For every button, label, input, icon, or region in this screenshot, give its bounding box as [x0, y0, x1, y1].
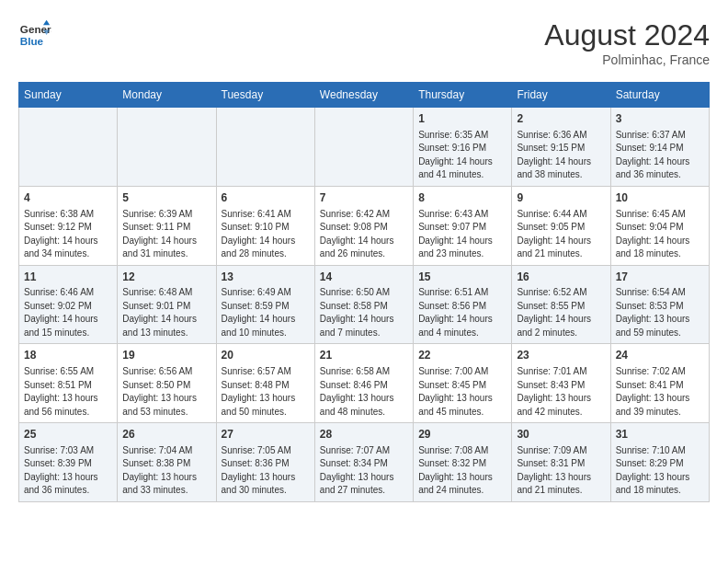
day-cell: 18Sunrise: 6:55 AM Sunset: 8:51 PM Dayli… — [19, 344, 118, 423]
header-cell-saturday: Saturday — [610, 83, 709, 108]
day-number: 4 — [24, 190, 112, 206]
day-number: 7 — [320, 190, 408, 206]
day-cell — [118, 108, 216, 187]
day-number: 15 — [418, 270, 506, 285]
day-cell: 19Sunrise: 6:56 AM Sunset: 8:50 PM Dayli… — [118, 344, 216, 423]
day-cell: 28Sunrise: 7:07 AM Sunset: 8:34 PM Dayli… — [314, 423, 413, 502]
week-row-1: 1Sunrise: 6:35 AM Sunset: 9:16 PM Daylig… — [19, 108, 710, 187]
day-cell — [314, 108, 413, 187]
location-subtitle: Polminhac, France — [544, 52, 710, 67]
logo: General Blue — [18, 18, 51, 52]
day-number: 13 — [222, 270, 310, 285]
day-number: 9 — [517, 190, 605, 206]
day-number: 11 — [24, 270, 112, 285]
header-cell-thursday: Thursday — [414, 83, 512, 108]
day-number: 14 — [320, 270, 408, 285]
day-number: 18 — [24, 348, 112, 363]
header-cell-wednesday: Wednesday — [314, 83, 413, 108]
day-cell: 15Sunrise: 6:51 AM Sunset: 8:56 PM Dayli… — [414, 265, 512, 344]
day-number: 29 — [418, 427, 506, 442]
day-info: Sunrise: 6:37 AM Sunset: 9:14 PM Dayligh… — [616, 129, 704, 182]
day-info: Sunrise: 6:43 AM Sunset: 9:07 PM Dayligh… — [418, 208, 506, 261]
week-row-5: 25Sunrise: 7:03 AM Sunset: 8:39 PM Dayli… — [19, 423, 710, 502]
day-cell: 29Sunrise: 7:08 AM Sunset: 8:32 PM Dayli… — [414, 423, 512, 502]
day-info: Sunrise: 6:36 AM Sunset: 9:15 PM Dayligh… — [517, 129, 605, 182]
day-info: Sunrise: 6:51 AM Sunset: 8:56 PM Dayligh… — [418, 286, 506, 339]
day-info: Sunrise: 6:42 AM Sunset: 9:08 PM Dayligh… — [320, 208, 408, 261]
day-cell: 30Sunrise: 7:09 AM Sunset: 8:31 PM Dayli… — [512, 423, 610, 502]
day-info: Sunrise: 6:58 AM Sunset: 8:46 PM Dayligh… — [320, 365, 408, 419]
day-info: Sunrise: 7:01 AM Sunset: 8:43 PM Dayligh… — [517, 365, 605, 419]
day-info: Sunrise: 6:55 AM Sunset: 8:51 PM Dayligh… — [24, 365, 112, 419]
day-cell — [19, 108, 118, 187]
header-cell-sunday: Sunday — [19, 83, 118, 108]
day-cell: 11Sunrise: 6:46 AM Sunset: 9:02 PM Dayli… — [19, 265, 118, 344]
day-number: 28 — [320, 427, 408, 442]
day-info: Sunrise: 7:05 AM Sunset: 8:36 PM Dayligh… — [222, 444, 310, 498]
day-cell: 5Sunrise: 6:39 AM Sunset: 9:11 PM Daylig… — [118, 186, 216, 265]
day-info: Sunrise: 6:50 AM Sunset: 8:58 PM Dayligh… — [320, 286, 408, 339]
day-cell: 13Sunrise: 6:49 AM Sunset: 8:59 PM Dayli… — [216, 265, 314, 344]
day-cell: 22Sunrise: 7:00 AM Sunset: 8:45 PM Dayli… — [414, 344, 512, 423]
day-info: Sunrise: 6:38 AM Sunset: 9:12 PM Dayligh… — [24, 208, 112, 261]
day-info: Sunrise: 6:44 AM Sunset: 9:05 PM Dayligh… — [517, 208, 605, 261]
day-cell — [216, 108, 314, 187]
day-number: 25 — [24, 427, 112, 442]
calendar-table: SundayMondayTuesdayWednesdayThursdayFrid… — [18, 82, 710, 502]
day-number: 16 — [517, 270, 605, 285]
header-row: SundayMondayTuesdayWednesdayThursdayFrid… — [19, 83, 710, 108]
day-number: 3 — [616, 111, 704, 127]
day-cell: 24Sunrise: 7:02 AM Sunset: 8:41 PM Dayli… — [610, 344, 709, 423]
week-row-3: 11Sunrise: 6:46 AM Sunset: 9:02 PM Dayli… — [19, 265, 710, 344]
day-info: Sunrise: 6:46 AM Sunset: 9:02 PM Dayligh… — [24, 286, 112, 339]
day-cell: 9Sunrise: 6:44 AM Sunset: 9:05 PM Daylig… — [512, 186, 610, 265]
day-cell: 14Sunrise: 6:50 AM Sunset: 8:58 PM Dayli… — [314, 265, 413, 344]
day-cell: 16Sunrise: 6:52 AM Sunset: 8:55 PM Dayli… — [512, 265, 610, 344]
month-year-title: August 2024 — [544, 18, 710, 52]
header-cell-monday: Monday — [118, 83, 216, 108]
day-number: 23 — [517, 348, 605, 363]
day-info: Sunrise: 6:45 AM Sunset: 9:04 PM Dayligh… — [616, 208, 704, 261]
header-cell-tuesday: Tuesday — [216, 83, 314, 108]
day-number: 8 — [418, 190, 506, 206]
page-header: General Blue August 2024 Polminhac, Fran… — [18, 18, 710, 67]
calendar-body: 1Sunrise: 6:35 AM Sunset: 9:16 PM Daylig… — [19, 108, 710, 502]
day-info: Sunrise: 7:00 AM Sunset: 8:45 PM Dayligh… — [418, 365, 506, 419]
day-cell: 1Sunrise: 6:35 AM Sunset: 9:16 PM Daylig… — [414, 108, 512, 187]
day-cell: 10Sunrise: 6:45 AM Sunset: 9:04 PM Dayli… — [610, 186, 709, 265]
day-number: 27 — [222, 427, 310, 442]
day-cell: 6Sunrise: 6:41 AM Sunset: 9:10 PM Daylig… — [216, 186, 314, 265]
day-cell: 25Sunrise: 7:03 AM Sunset: 8:39 PM Dayli… — [19, 423, 118, 502]
day-info: Sunrise: 6:35 AM Sunset: 9:16 PM Dayligh… — [418, 129, 506, 182]
day-info: Sunrise: 7:09 AM Sunset: 8:31 PM Dayligh… — [517, 444, 605, 498]
day-number: 21 — [320, 348, 408, 363]
day-info: Sunrise: 7:08 AM Sunset: 8:32 PM Dayligh… — [418, 444, 506, 498]
day-cell: 23Sunrise: 7:01 AM Sunset: 8:43 PM Dayli… — [512, 344, 610, 423]
day-info: Sunrise: 6:49 AM Sunset: 8:59 PM Dayligh… — [222, 286, 310, 339]
day-cell: 3Sunrise: 6:37 AM Sunset: 9:14 PM Daylig… — [610, 108, 709, 187]
day-number: 22 — [418, 348, 506, 363]
day-info: Sunrise: 6:52 AM Sunset: 8:55 PM Dayligh… — [517, 286, 605, 339]
day-cell: 26Sunrise: 7:04 AM Sunset: 8:38 PM Dayli… — [118, 423, 216, 502]
day-info: Sunrise: 6:39 AM Sunset: 9:11 PM Dayligh… — [122, 208, 210, 261]
day-cell: 4Sunrise: 6:38 AM Sunset: 9:12 PM Daylig… — [19, 186, 118, 265]
day-number: 10 — [616, 190, 704, 206]
day-cell: 20Sunrise: 6:57 AM Sunset: 8:48 PM Dayli… — [216, 344, 314, 423]
week-row-4: 18Sunrise: 6:55 AM Sunset: 8:51 PM Dayli… — [19, 344, 710, 423]
logo-icon: General Blue — [18, 18, 51, 52]
day-number: 19 — [122, 348, 210, 363]
day-info: Sunrise: 7:07 AM Sunset: 8:34 PM Dayligh… — [320, 444, 408, 498]
day-info: Sunrise: 6:41 AM Sunset: 9:10 PM Dayligh… — [222, 208, 310, 261]
day-info: Sunrise: 7:10 AM Sunset: 8:29 PM Dayligh… — [616, 444, 704, 498]
day-info: Sunrise: 7:02 AM Sunset: 8:41 PM Dayligh… — [616, 365, 704, 419]
svg-text:Blue: Blue — [20, 35, 44, 47]
day-info: Sunrise: 6:56 AM Sunset: 8:50 PM Dayligh… — [122, 365, 210, 419]
day-cell: 17Sunrise: 6:54 AM Sunset: 8:53 PM Dayli… — [610, 265, 709, 344]
day-cell: 12Sunrise: 6:48 AM Sunset: 9:01 PM Dayli… — [118, 265, 216, 344]
day-info: Sunrise: 7:04 AM Sunset: 8:38 PM Dayligh… — [122, 444, 210, 498]
day-cell: 2Sunrise: 6:36 AM Sunset: 9:15 PM Daylig… — [512, 108, 610, 187]
day-number: 6 — [222, 190, 310, 206]
day-number: 1 — [418, 111, 506, 127]
day-number: 17 — [616, 270, 704, 285]
day-info: Sunrise: 6:57 AM Sunset: 8:48 PM Dayligh… — [222, 365, 310, 419]
